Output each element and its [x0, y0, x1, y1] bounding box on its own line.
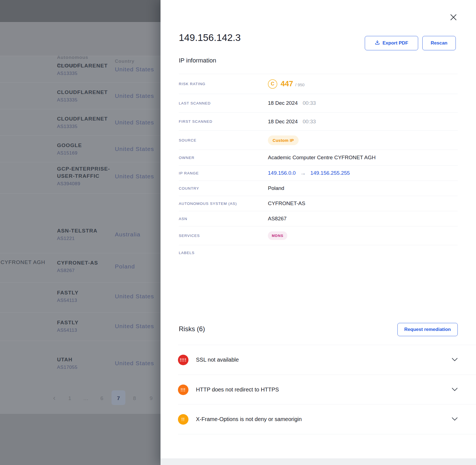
info-label: ASN [179, 217, 268, 221]
risk-row[interactable]: !!!HTTP does not redirect to HTTPS [178, 375, 476, 404]
info-value: AS8267 [268, 216, 287, 222]
risk-rating-value: C447/ 950 [268, 79, 304, 89]
chevron-down-icon[interactable] [452, 357, 458, 362]
info-label: FIRST SCANNED [179, 119, 268, 124]
close-button[interactable] [447, 12, 459, 24]
page-title: 149.156.142.3 [179, 32, 241, 43]
country-cell: United States [115, 93, 154, 99]
request-remediation-button[interactable]: Request remediation [397, 323, 458, 336]
info-value: Academic Computer Centre CYFRONET AGH [268, 155, 376, 161]
export-pdf-button[interactable]: Export PDF [365, 36, 418, 50]
table-header: Autonomous System Country [0, 22, 161, 56]
risk-row[interactable]: !!!!SSL not available [178, 345, 476, 375]
service-badge: MDNS [268, 231, 287, 240]
country-cell: United States [115, 66, 154, 73]
risk-title: X-Frame-Options is not deny or sameorigi… [196, 416, 302, 422]
row-divider [0, 253, 161, 253]
info-row: LABELS [179, 245, 458, 260]
scan-time: 00:33 [303, 100, 316, 106]
risk-title: SSL not available [196, 357, 239, 363]
row-divider [0, 162, 161, 162]
row-divider [0, 109, 161, 109]
row-divider [0, 194, 161, 194]
as-name: CLOUDFLARENET [57, 62, 108, 69]
chevron-down-icon[interactable] [452, 417, 458, 422]
info-row: OWNERAcademic Computer Centre CYFRONET A… [179, 150, 458, 165]
risk-row[interactable]: !!X-Frame-Options is not deny or sameori… [178, 404, 476, 434]
as-number: AS8267 [57, 268, 75, 273]
ip-range-start-link[interactable]: 149.156.0.0 [268, 170, 296, 176]
table-footer-area [0, 414, 161, 465]
row-divider [0, 56, 161, 56]
as-number: AS54113 [57, 298, 77, 303]
row-divider [0, 22, 161, 22]
as-name: FASTLY [57, 319, 79, 326]
country-cell: United States [115, 146, 154, 152]
risk-severity-icon: !!! [178, 385, 188, 395]
as-name: GCP-ENTERPRISE- [57, 165, 110, 173]
info-row: LAST SCANNED18 Dec 202400:33 [179, 94, 458, 112]
ip-information-heading: IP information [179, 57, 216, 64]
pagination-page: 6 [97, 395, 107, 401]
as-name: CLOUDFLARENET [57, 89, 108, 96]
risk-title: HTTP does not redirect to HTTPS [196, 386, 279, 393]
rescan-label: Rescan [431, 40, 447, 46]
info-row: RISK RATINGC447/ 950 [179, 74, 458, 94]
info-row: COUNTRYPoland [179, 181, 458, 196]
as-name: FASTLY [57, 289, 79, 296]
info-row: SERVICESMDNS [179, 226, 458, 245]
export-pdf-label: Export PDF [382, 40, 408, 46]
column-header-autonomous-system-line1: Autonomous [57, 55, 88, 60]
as-name: USER-TRAFFIC [57, 173, 100, 180]
as-number: AS1221 [57, 236, 75, 241]
chevron-down-icon[interactable] [452, 387, 458, 392]
request-remediation-label: Request remediation [404, 327, 451, 332]
country-cell: United States [115, 119, 154, 126]
info-label: OWNER [179, 156, 268, 160]
row-divider [0, 82, 161, 83]
info-row: AUTONOMOUS SYSTEM (AS)CYFRONET-AS [179, 196, 458, 211]
close-icon [450, 14, 457, 22]
risk-severity-icon: !!!! [178, 355, 188, 365]
as-name: ASN-TELSTRA [57, 227, 97, 234]
info-label: SOURCE [179, 138, 268, 142]
as-name: CYFRONET-AS [57, 259, 98, 267]
pagination-page: … [81, 395, 90, 401]
exclamation-marks: !! [182, 417, 185, 422]
screen: Autonomous System Country CLOUDFLARENETA… [0, 0, 476, 465]
download-icon [375, 40, 380, 46]
info-label: COUNTRY [179, 186, 268, 190]
country-cell: United States [115, 173, 154, 180]
country-cell: United States [115, 293, 154, 300]
as-number: AS13335 [57, 124, 77, 129]
info-value: Poland [268, 185, 284, 191]
country-cell: United States [115, 360, 154, 367]
info-label: RISK RATING [179, 82, 268, 86]
rescan-button[interactable]: Rescan [422, 36, 456, 50]
info-row: ASNAS8267 [179, 211, 458, 226]
risk-severity-icon: !! [178, 414, 188, 425]
info-value: CYFRONET-AS [268, 200, 305, 207]
risk-list-divider [178, 434, 476, 434]
as-name: GOOGLE [57, 142, 82, 149]
risk-grade-icon: C [268, 79, 277, 89]
ip-range-end-link[interactable]: 149.156.255.255 [310, 170, 350, 176]
exclamation-marks: !!! [181, 387, 186, 392]
country-cell: United States [115, 323, 154, 330]
as-name: CLOUDFLARENET [57, 115, 108, 122]
pagination-page: 1 [65, 395, 74, 401]
pagination-prev-icon: ‹ [50, 394, 59, 402]
country-cell: Poland [115, 263, 135, 270]
pagination-page: 8 [130, 395, 139, 401]
column-header-country: Country [115, 59, 134, 64]
row-divider [0, 283, 161, 283]
as-number: AS15169 [57, 150, 77, 156]
info-label: IP RANGE [179, 171, 268, 175]
info-label: LAST SCANNED [179, 101, 268, 105]
info-label: AUTONOMOUS SYSTEM (AS) [179, 202, 268, 206]
ip-detail-panel: 149.156.142.3 Export PDF Rescan IP infor… [161, 0, 476, 465]
as-name: UTAH [57, 356, 73, 363]
info-label: LABELS [179, 251, 268, 255]
source-badge: Custom IP [268, 135, 299, 145]
info-row: SOURCECustom IP [179, 130, 458, 150]
